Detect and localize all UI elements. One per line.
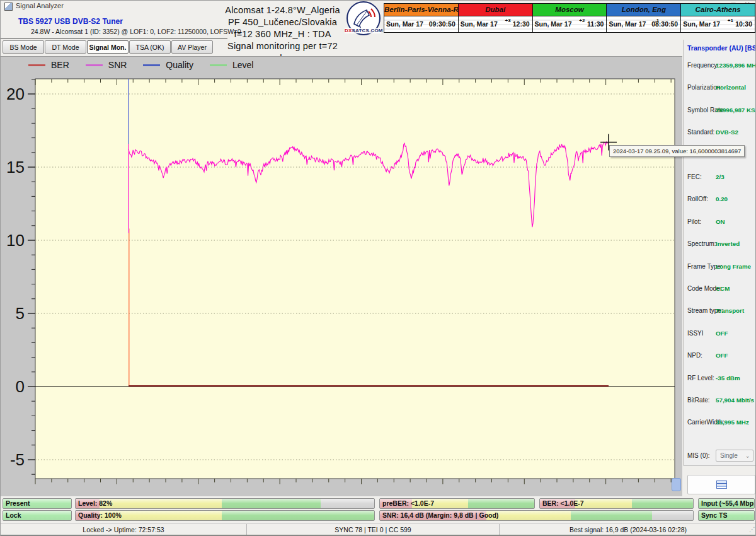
- clock-time: 11:30: [587, 20, 604, 28]
- tab-bs-mode[interactable]: BS Mode: [3, 40, 44, 54]
- mis-row: MIS (0): Single ⌄: [684, 452, 756, 461]
- indicator-label: Lock: [6, 511, 21, 519]
- chart-panel: BER SNR Quality Level 20151050-5: [1, 56, 682, 496]
- tab-dt-mode[interactable]: DT Mode: [45, 40, 86, 54]
- legend-line-swatch: [143, 64, 160, 66]
- frequency-line: f=12 360 MHz_H : TDA: [224, 28, 341, 40]
- input-indicator: Input (~55,4 Mbps): [698, 498, 755, 509]
- row-value: 0.20: [716, 195, 728, 202]
- indicator-label: preBER: <1.0E-7: [382, 499, 434, 507]
- dxsatcs-logo: DXSATCS.COM: [345, 1, 381, 38]
- clock-time: 08:30:50: [651, 20, 678, 28]
- row-value: OFF: [716, 352, 728, 359]
- indicator-label: Quality: 100%: [78, 511, 122, 519]
- transponder-row: NPD: OFF: [684, 352, 756, 361]
- clock-cairo-athens: Cairo-Athens Sun, Mar 17 +1 10:30: [681, 4, 755, 32]
- clock-date: Sun, Mar 17: [683, 20, 720, 28]
- legend-item-quality: Quality: [143, 60, 193, 70]
- clock-london-eng: London, Eng Sun, Mar 17 -1 08:30:50: [607, 4, 681, 32]
- resize-grip-icon[interactable]: ⋰: [749, 526, 755, 533]
- indicator-label: BER: <1.0E-7: [542, 499, 584, 507]
- tuner-name: TBS 5927 USB DVB-S2 Tuner: [18, 17, 123, 26]
- transponder-row: FEC: 2/3: [684, 173, 756, 182]
- tab-tsa-ok-[interactable]: TSA (OK): [129, 40, 171, 54]
- tab-signal-mon-[interactable]: Signal Mon.: [87, 40, 129, 54]
- signal-indicators: PresentLevel: 82%preBER: <1.0E-7BER: <1.…: [1, 498, 756, 522]
- legend-item-snr: SNR: [86, 60, 127, 70]
- status-lock-uptime: Locked -> Uptime: 72:57:53: [1, 524, 247, 535]
- indicator-label: Sync TS: [701, 511, 727, 519]
- y-axis-label: 0: [16, 377, 25, 396]
- y-axis-label: 10: [6, 231, 25, 250]
- clock-city: Moscow: [533, 4, 607, 16]
- clock-time: 09:30:50: [429, 20, 455, 28]
- clock-berlin-paris-vienna-roma: Berlin-Paris-Vienna-Roma Sun, Mar 17 09:…: [384, 4, 459, 32]
- clock-city: London, Eng: [607, 4, 680, 16]
- syncts-indicator: Sync TS: [698, 510, 755, 521]
- row-value: OFF: [716, 330, 728, 337]
- row-label: RollOff:: [687, 195, 708, 202]
- status-best-signal: Best signal: 16,9 dB (2024-03-16 02:28): [500, 524, 756, 535]
- satellite-line: Alcomsat 1-24.8°W_Algeria: [224, 4, 341, 16]
- clock-time: 10:30: [735, 20, 752, 28]
- scrollbar-thumb[interactable]: [672, 478, 681, 491]
- chart-tooltip: 2024-03-17 09.25.09, value: 16,600000381…: [609, 145, 745, 157]
- level-indicator: Level: 82%: [75, 498, 375, 509]
- row-value: Horizontal: [716, 84, 746, 91]
- row-value: DVB-S2: [716, 129, 738, 136]
- transponder-row: Pilot: ON: [684, 218, 756, 227]
- legend-line-swatch: [210, 64, 227, 66]
- tab-row: BS ModeDT ModeSignal Mon.TSA (OK)AV Play…: [3, 40, 214, 54]
- monitoring-header: Alcomsat 1-24.8°W_Algeria PF 450_Lučenec…: [224, 4, 341, 64]
- clock-moscow: Moscow Sun, Mar 17 +2 11:30: [533, 4, 607, 32]
- row-value: -35 dBm: [716, 375, 740, 382]
- row-label: FEC:: [687, 173, 702, 180]
- header-divider: [1, 38, 227, 39]
- row-value: Transport: [716, 307, 744, 314]
- row-value: 57,904 Mbit/s: [716, 397, 754, 404]
- mis-dropdown[interactable]: Single ⌄: [716, 450, 753, 462]
- y-axis-label: -5: [10, 450, 25, 469]
- status-sync-counters: SYNC 78 | TEI 0 | CC 599: [247, 524, 500, 535]
- mis-value: Single: [720, 452, 738, 459]
- clock-city: Cairo-Athens: [681, 4, 755, 16]
- preber-indicator: preBER: <1.0E-7: [379, 498, 535, 509]
- clock-date: Sun, Mar 17: [461, 20, 498, 28]
- tab-av-player[interactable]: AV Player: [171, 40, 213, 54]
- row-label: Standard:: [687, 129, 714, 136]
- legend-line-swatch: [28, 64, 45, 66]
- clock-utc-offset: +1: [728, 18, 733, 23]
- row-value: 29996,987 KS/s: [716, 107, 756, 114]
- transponder-row: Frame Type: Long Frame: [684, 263, 756, 272]
- transponder-row: ISSYI OFF: [684, 330, 756, 339]
- ber-indicator: BER: <1.0E-7: [539, 498, 694, 509]
- transponder-row: Polarization: Horizontal: [684, 84, 756, 93]
- signal-analyzer-window: Signal Analyzer □ ✕ TBS 5927 USB DVB-S2 …: [0, 0, 756, 536]
- row-value: 35,995 MHz: [716, 419, 749, 426]
- mis-label: MIS (0):: [687, 452, 710, 459]
- legend-label: Level: [232, 60, 253, 70]
- indicator-label: SNR: 16,4 dB (Margin: 9,8 dB | Good): [382, 511, 498, 519]
- row-value: 2/3: [716, 173, 724, 180]
- transponder-row: CarrierWidth: 35,995 MHz: [684, 419, 756, 428]
- row-label: Pilot:: [687, 218, 701, 225]
- legend-item-ber: BER: [28, 60, 69, 70]
- clock-utc-offset: +3: [505, 18, 510, 23]
- world-clocks: Berlin-Paris-Vienna-Roma Sun, Mar 17 09:…: [384, 3, 755, 33]
- window-title: Signal Analyzer: [16, 2, 64, 9]
- table-icon: [716, 481, 727, 489]
- legend-label: Quality: [166, 60, 193, 70]
- sidebar-export-button[interactable]: [687, 475, 755, 494]
- clock-dubai: Dubai Sun, Mar 17 +3 12:30: [459, 4, 533, 32]
- app-icon: [4, 3, 13, 11]
- transponder-row: RollOff: 0.20: [684, 195, 756, 204]
- transponder-row: Code Mode: CCM: [684, 285, 756, 294]
- row-value: Inverted: [716, 240, 740, 247]
- transponder-sidebar: Transponder (AU) [BS] Frequency: 12359,8…: [684, 40, 756, 466]
- transponder-row: Symbol Rate: 29996,987 KS/s: [684, 107, 756, 115]
- transponder-row: Frequency: 12359,896 MHz: [684, 62, 756, 71]
- signal-chart[interactable]: 20151050-5: [1, 57, 682, 496]
- status-bar: Locked -> Uptime: 72:57:53 SYNC 78 | TEI…: [1, 523, 756, 535]
- site-line: PF 450_Lučenec/Slovakia: [224, 16, 341, 28]
- y-axis-label: 15: [6, 158, 25, 177]
